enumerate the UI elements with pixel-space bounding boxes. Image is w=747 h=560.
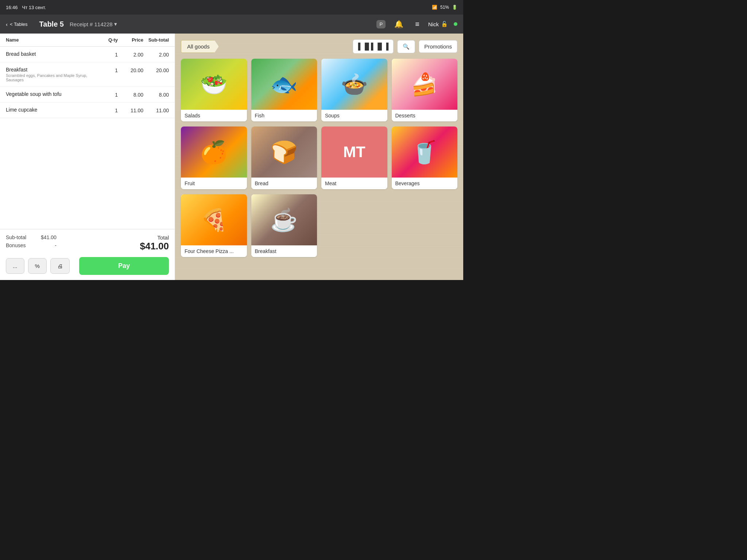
item-subtotal: 8.00 bbox=[143, 91, 169, 98]
all-goods-button[interactable]: All goods bbox=[181, 40, 219, 53]
item-price: 20.00 bbox=[118, 67, 143, 73]
item-name: Bread basket bbox=[6, 51, 96, 57]
meat-label: Meat bbox=[321, 178, 387, 189]
back-icon: ‹ bbox=[6, 21, 8, 27]
lock-icon: 🔓 bbox=[441, 21, 448, 27]
category-fish[interactable]: 🐟 Fish bbox=[251, 59, 317, 121]
status-day: Чт 13 сент. bbox=[22, 5, 46, 10]
category-bread[interactable]: 🍞 Bread bbox=[251, 127, 317, 189]
wifi-icon: 📶 bbox=[432, 5, 437, 10]
status-time: 16:46 bbox=[6, 5, 18, 10]
col-name: Name bbox=[6, 37, 96, 43]
receipt-dropdown[interactable]: Receipt # 114228 ▾ bbox=[70, 21, 117, 27]
category-desserts[interactable]: 🍰 Desserts bbox=[392, 59, 458, 121]
item-name: Vegetable soup with tofu bbox=[6, 91, 96, 97]
total-label: Total bbox=[140, 234, 169, 241]
item-subtotal: 11.00 bbox=[143, 107, 169, 113]
subtotal-label: Sub-total bbox=[6, 234, 26, 240]
menu-top-bar: All goods ▌▐▌▌▐▌▐ 🔍 Promotions bbox=[181, 39, 457, 54]
more-button[interactable]: ... bbox=[6, 258, 24, 274]
fish-image: 🐟 bbox=[251, 59, 317, 110]
online-status-dot bbox=[454, 22, 457, 26]
table-row[interactable]: Lime cupcake 1 11.00 11.00 bbox=[0, 102, 175, 118]
col-price: Price bbox=[118, 37, 143, 43]
category-four-cheese-pizza[interactable]: 🍕 Four Cheese Pizza ... bbox=[181, 194, 247, 257]
item-subtotal: 2.00 bbox=[143, 51, 169, 58]
desserts-label: Desserts bbox=[392, 110, 458, 121]
item-subtotal: 20.00 bbox=[143, 67, 169, 73]
nav-bar: ‹ < Tables Table 5 Receipt # 114228 ▾ P … bbox=[0, 15, 463, 34]
bread-image: 🍞 bbox=[251, 127, 317, 178]
parking-icon: P bbox=[379, 22, 383, 27]
order-items-list: Bread basket 1 2.00 2.00 Breakfast Scram… bbox=[0, 47, 175, 229]
category-soups[interactable]: 🍲 Soups bbox=[321, 59, 387, 121]
category-grid-row1: 🥗 Salads 🐟 Fish 🍲 Soups 🍰 bbox=[181, 59, 457, 121]
table-row[interactable]: Vegetable soup with tofu 1 8.00 8.00 bbox=[0, 87, 175, 102]
print-icon: 🖨 bbox=[57, 263, 63, 269]
barcode-button[interactable]: ▌▐▌▌▐▌▐ bbox=[353, 39, 394, 54]
back-button[interactable]: ‹ < Tables bbox=[6, 21, 28, 27]
bell-icon[interactable]: 🔔 bbox=[394, 20, 403, 28]
pizza-label: Four Cheese Pizza ... bbox=[181, 245, 247, 257]
item-qty: 1 bbox=[96, 107, 118, 113]
category-breakfast[interactable]: ☕ Breakfast bbox=[251, 194, 317, 257]
beverages-label: Beverages bbox=[392, 178, 458, 189]
total-value: $41.00 bbox=[140, 241, 169, 252]
table-row[interactable]: Breakfast Scrambled eggs, Pancakes and M… bbox=[0, 62, 175, 87]
user-name: Nick bbox=[428, 21, 439, 27]
empty-cell-1 bbox=[321, 194, 387, 257]
item-price: 2.00 bbox=[118, 51, 143, 58]
search-icon: 🔍 bbox=[403, 43, 410, 50]
fruit-label: Fruit bbox=[181, 178, 247, 189]
desserts-image: 🍰 bbox=[392, 59, 458, 110]
breakfast-label: Breakfast bbox=[251, 245, 317, 257]
fish-label: Fish bbox=[251, 110, 317, 121]
subtotal-value: $41.00 bbox=[41, 234, 57, 240]
salads-image: 🥗 bbox=[181, 59, 247, 110]
pizza-image: 🍕 bbox=[181, 194, 247, 245]
table-row[interactable]: Bread basket 1 2.00 2.00 bbox=[0, 47, 175, 62]
category-grid-row3: 🍕 Four Cheese Pizza ... ☕ Breakfast bbox=[181, 194, 457, 257]
order-table-header: Name Q-ty Price Sub-total bbox=[0, 34, 175, 47]
discount-button[interactable]: % bbox=[28, 258, 47, 274]
pay-button[interactable]: Pay bbox=[79, 257, 169, 275]
meat-initials: MT bbox=[321, 127, 387, 178]
item-name: Breakfast bbox=[6, 67, 96, 73]
battery-icon: 🔋 bbox=[452, 5, 457, 10]
col-qty: Q-ty bbox=[96, 37, 118, 43]
soups-label: Soups bbox=[321, 110, 387, 121]
category-beverages[interactable]: 🥤 Beverages bbox=[392, 127, 458, 189]
item-qty: 1 bbox=[96, 91, 118, 98]
table-title: Table 5 bbox=[39, 20, 64, 28]
status-left: 16:46 Чт 13 сент. bbox=[6, 5, 46, 10]
category-fruit[interactable]: 🍊 Fruit bbox=[181, 127, 247, 189]
soups-image: 🍲 bbox=[321, 59, 387, 110]
battery-percent: 51% bbox=[440, 5, 449, 10]
search-button[interactable]: 🔍 bbox=[397, 40, 415, 53]
user-info: Nick 🔓 bbox=[428, 21, 448, 27]
order-footer: Sub-total $41.00 Bonuses - Total $41.00 … bbox=[0, 229, 175, 280]
footer-actions: ... % 🖨 Pay bbox=[6, 257, 169, 275]
meat-image: MT bbox=[321, 127, 387, 178]
back-label: < Tables bbox=[10, 22, 28, 27]
item-description: Scrambled eggs, Pancakes and Maple Syrup… bbox=[6, 73, 96, 82]
status-bar: 16:46 Чт 13 сент. 📶 51% 🔋 bbox=[0, 0, 463, 15]
promotions-button[interactable]: Promotions bbox=[419, 40, 457, 53]
category-meat[interactable]: MT Meat bbox=[321, 127, 387, 189]
breakfast-image: ☕ bbox=[251, 194, 317, 245]
category-salads[interactable]: 🥗 Salads bbox=[181, 59, 247, 121]
item-price: 8.00 bbox=[118, 91, 143, 98]
menu-panel: All goods ▌▐▌▌▐▌▐ 🔍 Promotions 🥗 Salads … bbox=[175, 34, 463, 280]
bread-label: Bread bbox=[251, 178, 317, 189]
item-name: Lime cupcake bbox=[6, 107, 96, 113]
print-button[interactable]: 🖨 bbox=[50, 258, 70, 274]
hamburger-icon[interactable]: ≡ bbox=[415, 20, 419, 28]
salads-label: Salads bbox=[181, 110, 247, 121]
chevron-down-icon: ▾ bbox=[114, 21, 117, 27]
parking-button[interactable]: P bbox=[376, 20, 386, 28]
item-qty: 1 bbox=[96, 51, 118, 58]
subtotal-row: Sub-total $41.00 bbox=[6, 234, 57, 240]
barcode-icon: ▌▐▌▌▐▌▐ bbox=[358, 43, 388, 50]
bonuses-label: Bonuses bbox=[6, 242, 26, 248]
status-right: 📶 51% 🔋 bbox=[432, 5, 457, 10]
